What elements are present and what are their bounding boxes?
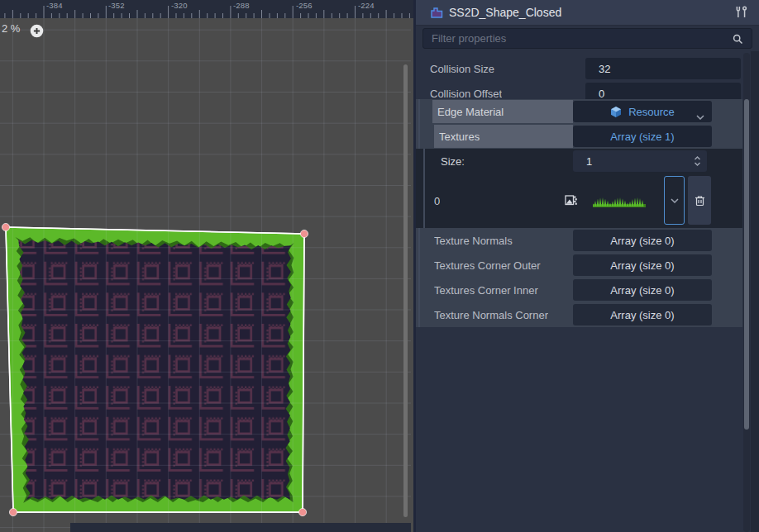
array-size-label: Array (size 0) [573,259,712,272]
array-size-label: Array (size 0) [573,284,712,297]
shape-point-handle[interactable] [2,223,9,230]
delete-element-button[interactable] [688,176,711,225]
array-editor: Size: 1 0 [416,149,742,228]
ruler-label: -224 [358,1,375,10]
texture-options-dropdown[interactable] [664,176,685,225]
texture-icon [565,195,577,206]
property-label: Texture Normals [434,235,513,247]
resource-label: Resource [628,106,675,118]
property-row: Textures Array (size 1) [416,124,742,149]
godot-editor: -384 -352 -320 -288 -256 -224 2 % SS2D_S… [0,0,759,532]
sub-inspector: Edge Material Resource [416,99,742,327]
property-label: Textures Corner Inner [434,284,538,297]
grass-texture-preview[interactable] [593,194,646,209]
property-label: Textures [439,131,480,143]
size-label: Size: [441,155,465,168]
inspector-panel: SS2D_Shape_Closed Filter properties C [413,0,759,532]
zoom-percent-label[interactable]: 2 % [2,22,20,35]
resource-cube-icon [610,106,622,118]
property-row: Texture Normals Array (size 0) [416,228,742,253]
ruler-label: -384 [46,1,63,10]
inspector-header: SS2D_Shape_Closed [416,0,759,26]
zoom-plus-icon[interactable] [30,24,44,38]
ruler-label: -288 [233,1,250,10]
texture-element-row: 0 [416,173,742,228]
property-label: Textures Corner Outer [434,259,541,272]
viewport-hscrollbar[interactable] [70,523,411,532]
array-size-label: Array (size 0) [573,309,712,321]
chevron-down-icon [696,115,704,120]
field-value: 1 [573,155,592,168]
inspector-scroll-thumb[interactable] [744,99,749,430]
panel-right-margin [751,51,759,532]
texture-normals-corner-array-button[interactable]: Array (size 0) [573,304,712,325]
shape-point-handle[interactable] [9,508,17,515]
viewport-canvas[interactable] [0,0,413,532]
object-title: SS2D_Shape_Closed [449,6,561,19]
array-size-label: Array (size 0) [573,235,712,247]
filter-properties-input[interactable]: Filter properties [422,28,752,49]
element-index-label: 0 [434,195,440,207]
chevron-down-icon [671,198,679,203]
property-row: Texture Normals Corner Array (size 0) [416,302,742,327]
edge-material-resource-dropdown[interactable]: Resource [573,101,712,122]
textures-array-button[interactable]: Array (size 1) [573,126,712,147]
shape-point-handle[interactable] [300,230,308,237]
viewport-2d[interactable]: -384 -352 -320 -288 -256 -224 2 % [0,0,413,532]
collision-size-field[interactable]: 32 [585,58,741,79]
property-row: Edge Material Resource [416,99,742,124]
property-row: Textures Corner Outer Array (size 0) [416,253,742,278]
property-label: Texture Normals Corner [434,309,548,321]
textures-corner-outer-array-button[interactable]: Array (size 0) [573,254,712,276]
edge-material-label: Edge Material [432,100,573,123]
array-size-row: Size: 1 [416,149,742,173]
field-value: 0 [585,88,604,100]
ruler-label: -256 [296,1,313,10]
ss2d-shape-icon [430,6,444,19]
spinner-updown-icon[interactable] [694,155,701,167]
search-icon [733,34,743,45]
property-label: Collision Size [430,63,494,75]
ruler-label: -320 [171,1,188,10]
viewport-vscrollbar[interactable] [403,64,408,517]
array-size-field[interactable]: 1 [573,150,707,172]
array-size-label: Array (size 1) [573,131,712,143]
property-label: Edge Material [437,106,504,118]
textures-label: Textures [434,125,573,148]
ruler-label: -352 [108,1,125,10]
property-row: Collision Size 32 [416,56,742,81]
property-list: Collision Size 32 Collision Offset 0 Tes… [416,50,742,532]
property-label: Collision Offset [430,88,502,100]
trash-icon [695,195,705,207]
filter-placeholder: Filter properties [432,32,506,45]
texture-normals-array-button[interactable]: Array (size 0) [573,230,712,251]
property-row: Textures Corner Inner Array (size 0) [416,278,742,302]
shape-point-handle[interactable] [298,508,306,515]
field-value: 32 [585,63,610,75]
inspector-tools-icon[interactable] [735,6,747,18]
textures-corner-inner-array-button[interactable]: Array (size 0) [573,279,712,301]
